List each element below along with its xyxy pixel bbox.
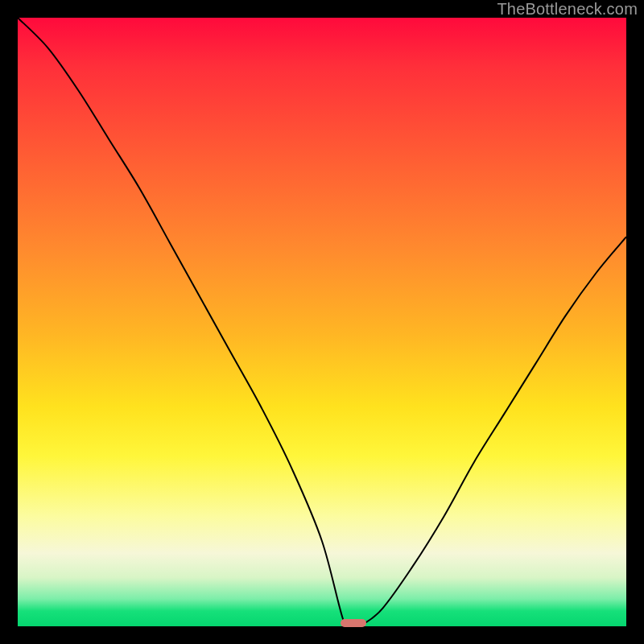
chart-stage: TheBottleneck.com [0, 0, 644, 644]
bottleneck-curve [18, 18, 626, 626]
bottleneck-marker [341, 619, 366, 627]
plot-frame [18, 18, 626, 626]
curve-svg [18, 18, 626, 626]
watermark-text: TheBottleneck.com [497, 0, 638, 19]
